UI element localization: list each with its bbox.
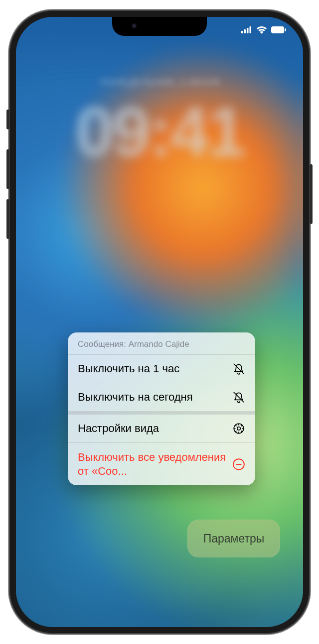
volume-up-button xyxy=(6,149,9,189)
svg-line-17 xyxy=(241,425,242,426)
svg-rect-0 xyxy=(241,31,243,33)
lockscreen-time: 09:41 xyxy=(75,92,244,172)
mute-one-hour-item[interactable]: Выключить на 1 час xyxy=(68,355,255,383)
cellular-signal-icon xyxy=(241,26,252,35)
silent-switch xyxy=(6,109,9,129)
bell-slash-icon xyxy=(232,391,245,404)
svg-line-16 xyxy=(235,431,236,432)
options-pill-label: Параметры xyxy=(203,532,265,545)
svg-rect-5 xyxy=(285,28,286,31)
svg-rect-4 xyxy=(271,26,284,33)
svg-line-6 xyxy=(234,364,244,374)
bell-slash-icon xyxy=(232,362,245,375)
svg-line-7 xyxy=(234,392,244,402)
menu-item-label: Выключить на 1 час xyxy=(78,362,179,375)
phone-frame: ПОНЕДЕЛЬНИК, 1 ИЮНЯ 09:41 Сообщения: Arm… xyxy=(9,10,310,634)
turn-off-all-item[interactable]: Выключить все уведомления от «Соо... xyxy=(68,443,255,485)
status-bar xyxy=(241,26,286,36)
screen: ПОНЕДЕЛЬНИК, 1 ИЮНЯ 09:41 Сообщения: Arm… xyxy=(16,17,303,627)
wifi-icon xyxy=(256,26,267,36)
notification-options-menu: Сообщения: Armando Cajide Выключить на 1… xyxy=(68,332,255,485)
menu-item-label: Выключить на сегодня xyxy=(78,391,193,404)
view-settings-item[interactable]: Настройки вида xyxy=(68,415,255,443)
svg-line-14 xyxy=(235,425,236,426)
options-pill[interactable]: Параметры xyxy=(187,520,280,557)
svg-line-15 xyxy=(241,431,242,432)
battery-icon xyxy=(271,26,286,35)
gear-icon xyxy=(232,422,245,435)
notch xyxy=(112,17,207,36)
svg-rect-2 xyxy=(247,28,249,33)
menu-item-label: Настройки вида xyxy=(78,422,159,435)
svg-point-9 xyxy=(237,427,241,430)
menu-header: Сообщения: Armando Cajide xyxy=(68,332,255,355)
power-button xyxy=(310,164,313,224)
volume-down-button xyxy=(6,199,9,239)
minus-circle-icon xyxy=(232,458,245,471)
mute-today-item[interactable]: Выключить на сегодня xyxy=(68,383,255,415)
menu-item-label: Выключить все уведомления от «Соо... xyxy=(78,450,226,478)
svg-rect-1 xyxy=(244,29,246,33)
svg-rect-3 xyxy=(250,26,252,33)
lockscreen-date: ПОНЕДЕЛЬНИК, 1 ИЮНЯ xyxy=(99,77,220,88)
